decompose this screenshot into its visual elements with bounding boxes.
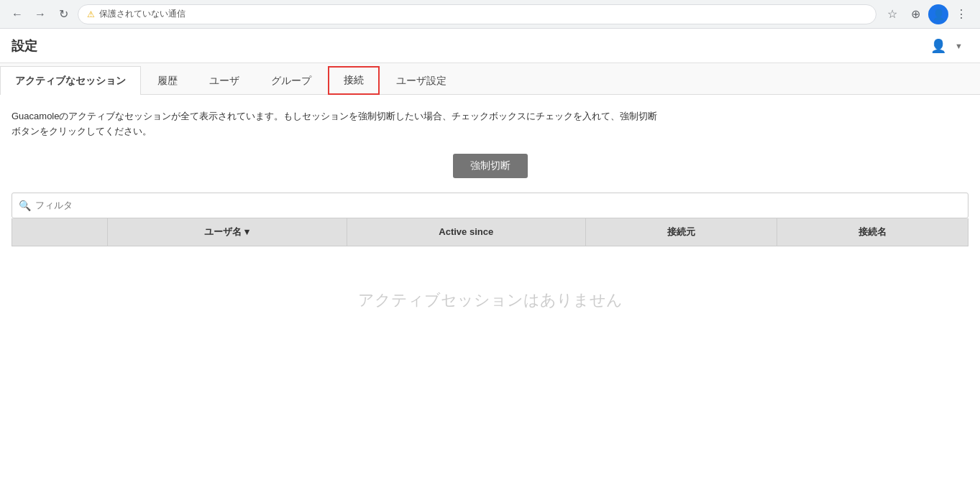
tab-connections[interactable]: 接続: [328, 66, 380, 95]
tab-user-settings[interactable]: ユーザ設定: [381, 66, 462, 95]
browser-chrome: ← → ↻ ⚠ 保護されていない通信 ☆ ⊕ 👤 ⋮: [0, 0, 980, 29]
back-button[interactable]: ←: [9, 6, 26, 23]
col-header-active-since: Active since: [347, 218, 586, 246]
security-warning-icon: ⚠: [87, 9, 95, 19]
tab-active-sessions[interactable]: アクティブなセッション: [0, 66, 141, 95]
profile-button[interactable]: 👤: [928, 4, 948, 24]
col-header-conn-name: 接続名: [777, 218, 968, 246]
col-header-from: 接続元: [586, 218, 777, 246]
menu-button[interactable]: ⋮: [951, 4, 971, 24]
table-header-row: ユーザ名 ▾ Active since 接続元 接続名: [12, 218, 968, 246]
main-content: Guacamoleのアクティブなセッションが全て表示されています。もしセッション…: [0, 95, 980, 369]
col-header-checkbox: [12, 218, 108, 246]
user-menu[interactable]: 👤 ▼: [925, 35, 968, 57]
col-header-username[interactable]: ユーザ名 ▾: [108, 218, 347, 246]
address-bar[interactable]: ⚠ 保護されていない通信: [78, 4, 876, 24]
filter-input[interactable]: [12, 193, 968, 218]
tabs-bar: アクティブなセッション 履歴 ユーザ グループ 接続 ユーザ設定: [0, 63, 980, 95]
empty-sessions-message: アクティブセッションはありません: [12, 246, 968, 354]
app-header: 設定 👤 ▼: [0, 29, 980, 63]
user-menu-arrow: ▼: [955, 42, 963, 50]
tab-users[interactable]: ユーザ: [194, 66, 255, 95]
user-icon: 👤: [930, 38, 946, 54]
sessions-table: ユーザ名 ▾ Active since 接続元 接続名: [12, 218, 968, 246]
tab-groups[interactable]: グループ: [256, 66, 326, 95]
bookmark-button[interactable]: ⊕: [905, 4, 925, 24]
page-title: 設定: [12, 37, 37, 55]
description-text: Guacamoleのアクティブなセッションが全て表示されています。もしセッション…: [12, 109, 659, 139]
star-button[interactable]: ☆: [882, 4, 902, 24]
filter-container: 🔍: [12, 193, 968, 218]
reload-button[interactable]: ↻: [55, 6, 72, 23]
browser-actions: ☆ ⊕ 👤 ⋮: [882, 4, 971, 24]
security-warning-text: 保護されていない通信: [99, 8, 186, 20]
kill-session-button[interactable]: 強制切断: [453, 154, 528, 178]
forward-button[interactable]: →: [32, 6, 49, 23]
tab-history[interactable]: 履歴: [142, 66, 193, 95]
